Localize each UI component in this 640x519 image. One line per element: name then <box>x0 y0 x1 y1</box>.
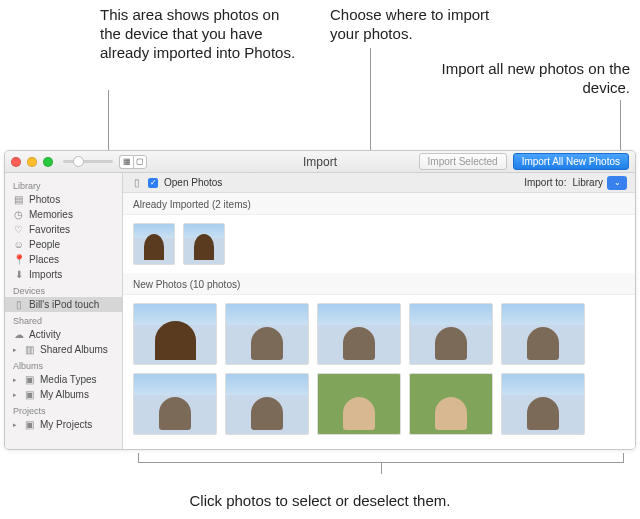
sidebar: Library ▤Photos ◷Memories ♡Favorites ☺Pe… <box>5 173 123 449</box>
callout-import-all: Import all new photos on the device. <box>420 60 630 98</box>
sidebar-item-my-albums[interactable]: ▸▣My Albums <box>5 387 122 402</box>
sidebar-item-activity[interactable]: ☁Activity <box>5 327 122 342</box>
sidebar-group-header: Projects <box>5 402 122 417</box>
my-projects-icon: ▣ <box>24 419 35 430</box>
callout-choose-where: Choose where to import your photos. <box>330 6 510 44</box>
disclosure-icon[interactable]: ▸ <box>13 391 19 399</box>
import-selected-button[interactable]: Import Selected <box>419 153 507 170</box>
sidebar-item-label: My Albums <box>40 389 89 400</box>
sidebar-item-label: Activity <box>29 329 61 340</box>
sidebar-item-device[interactable]: ▯Bill's iPod touch <box>5 297 122 312</box>
titlebar: ▦ ▢ Import Import Selected Import All Ne… <box>5 151 635 173</box>
selection-bracket <box>138 453 624 463</box>
open-photos-label: Open Photos <box>164 177 222 188</box>
callout-already-imported: This area shows photos on the device tha… <box>100 6 300 62</box>
sidebar-item-label: Imports <box>29 269 62 280</box>
grid-view-icon[interactable]: ▦ <box>119 155 133 169</box>
import-to-label: Import to: <box>524 177 566 188</box>
zoom-icon[interactable] <box>43 157 53 167</box>
sidebar-item-label: People <box>29 239 60 250</box>
new-photos-header: New Photos (10 photos) <box>123 273 635 295</box>
photos-app-window: ▦ ▢ Import Import Selected Import All Ne… <box>4 150 636 450</box>
disclosure-icon[interactable]: ▸ <box>13 346 19 354</box>
device-icon: ▯ <box>131 177 142 188</box>
callout-select-deselect: Click photos to select or deselect them. <box>0 492 640 511</box>
favorites-icon: ♡ <box>13 224 24 235</box>
sidebar-group-header: Library <box>5 177 122 192</box>
thumbnail-size-slider[interactable] <box>63 160 113 163</box>
close-icon[interactable] <box>11 157 21 167</box>
device-icon: ▯ <box>13 299 24 310</box>
import-options-bar: ▯ ✓ Open Photos Import to: Library ⌄ <box>123 173 635 193</box>
disclosure-icon[interactable]: ▸ <box>13 376 19 384</box>
photos-icon: ▤ <box>13 194 24 205</box>
sidebar-item-favorites[interactable]: ♡Favorites <box>5 222 122 237</box>
photo-thumbnail[interactable] <box>133 373 217 435</box>
places-icon: 📍 <box>13 254 24 265</box>
people-icon: ☺ <box>13 239 24 250</box>
minimize-icon[interactable] <box>27 157 37 167</box>
photo-thumbnail[interactable] <box>409 373 493 435</box>
disclosure-icon[interactable]: ▸ <box>13 421 19 429</box>
memories-icon: ◷ <box>13 209 24 220</box>
photo-thumbnail[interactable] <box>501 303 585 365</box>
photo-thumbnail[interactable] <box>317 303 401 365</box>
photo-thumbnail[interactable] <box>409 303 493 365</box>
import-to-value: Library <box>572 177 603 188</box>
activity-icon: ☁ <box>13 329 24 340</box>
sidebar-group-header: Shared <box>5 312 122 327</box>
sidebar-item-label: Bill's iPod touch <box>29 299 99 310</box>
photo-thumbnail[interactable] <box>501 373 585 435</box>
photo-thumbnail[interactable] <box>133 303 217 365</box>
photo-thumbnail[interactable] <box>225 373 309 435</box>
sidebar-group-header: Albums <box>5 357 122 372</box>
import-to-popup[interactable]: ⌄ <box>607 176 627 190</box>
new-photos-grid <box>123 295 635 443</box>
view-mode-segmented[interactable]: ▦ ▢ <box>119 155 147 169</box>
sidebar-item-label: Places <box>29 254 59 265</box>
window-controls <box>11 157 53 167</box>
photo-thumbnail[interactable] <box>317 373 401 435</box>
sidebar-item-my-projects[interactable]: ▸▣My Projects <box>5 417 122 432</box>
my-albums-icon: ▣ <box>24 389 35 400</box>
photo-thumbnail[interactable] <box>183 223 225 265</box>
import-all-new-button[interactable]: Import All New Photos <box>513 153 629 170</box>
shared-albums-icon: ▥ <box>24 344 35 355</box>
sidebar-item-imports[interactable]: ⬇Imports <box>5 267 122 282</box>
media-types-icon: ▣ <box>24 374 35 385</box>
sidebar-item-label: Shared Albums <box>40 344 108 355</box>
sidebar-item-media-types[interactable]: ▸▣Media Types <box>5 372 122 387</box>
sidebar-group-header: Devices <box>5 282 122 297</box>
photo-thumbnail[interactable] <box>225 303 309 365</box>
already-imported-header: Already Imported (2 items) <box>123 193 635 215</box>
imports-icon: ⬇ <box>13 269 24 280</box>
sidebar-item-people[interactable]: ☺People <box>5 237 122 252</box>
sidebar-item-label: Media Types <box>40 374 97 385</box>
sidebar-item-label: Photos <box>29 194 60 205</box>
sidebar-item-label: Memories <box>29 209 73 220</box>
sidebar-item-label: Favorites <box>29 224 70 235</box>
photo-thumbnail[interactable] <box>133 223 175 265</box>
sidebar-item-label: My Projects <box>40 419 92 430</box>
sidebar-item-shared-albums[interactable]: ▸▥Shared Albums <box>5 342 122 357</box>
sidebar-item-photos[interactable]: ▤Photos <box>5 192 122 207</box>
sidebar-item-places[interactable]: 📍Places <box>5 252 122 267</box>
sidebar-item-memories[interactable]: ◷Memories <box>5 207 122 222</box>
open-photos-checkbox[interactable]: ✓ <box>148 178 158 188</box>
import-main-area: ▯ ✓ Open Photos Import to: Library ⌄ Alr… <box>123 173 635 449</box>
already-imported-grid <box>123 215 635 273</box>
square-view-icon[interactable]: ▢ <box>133 155 147 169</box>
